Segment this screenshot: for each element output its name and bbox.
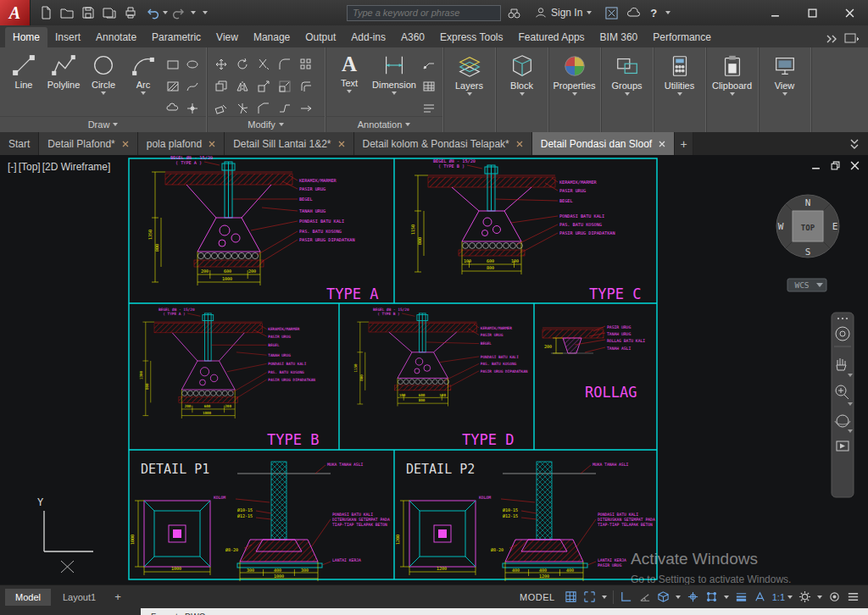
tab-a360[interactable]: A360 <box>393 27 432 47</box>
tab-start[interactable]: Start <box>0 132 39 155</box>
modify-panel-title[interactable]: Modify <box>207 116 325 132</box>
open-button[interactable] <box>57 3 76 22</box>
move-button[interactable] <box>211 53 231 75</box>
close-button[interactable] <box>831 0 868 25</box>
tab-detail-kolom-pondasi-telapak[interactable]: Detail kolom & Pondasi Telapak* <box>354 132 532 155</box>
application-menu-button[interactable]: A <box>0 0 31 25</box>
tab-view[interactable]: View <box>209 27 246 47</box>
block-panel-caret[interactable] <box>520 92 525 96</box>
close-tab-icon[interactable] <box>209 141 215 147</box>
text-dropdown-caret[interactable] <box>347 90 352 93</box>
workspace-gear-icon[interactable] <box>798 590 811 603</box>
maximize-button[interactable] <box>793 0 831 25</box>
spline-tool-button[interactable] <box>183 75 202 97</box>
scale-button[interactable] <box>275 75 295 97</box>
sign-in-button[interactable]: Sign In <box>535 7 592 19</box>
annotation-panel-title[interactable]: Annotation <box>326 116 442 132</box>
new-file-tab-button[interactable]: + <box>675 132 693 155</box>
dimension-dropdown-caret[interactable] <box>392 91 397 95</box>
tab-detail-plafond[interactable]: Detail Plafond* <box>39 132 137 155</box>
wcs-button[interactable]: WCS <box>787 279 826 291</box>
customize-qat-caret[interactable] <box>203 11 208 14</box>
draw-panel-title[interactable]: Draw <box>0 116 206 132</box>
tab-detail-pondasi-dan-sloof[interactable]: Detail Pondasi dan Sloof <box>532 132 675 155</box>
view-panel-caret[interactable] <box>782 92 787 96</box>
block-button[interactable]: Block <box>503 51 542 96</box>
dimension-button[interactable]: Dimension <box>370 50 419 114</box>
utilities-button[interactable]: Utilities <box>660 51 699 96</box>
exchange-apps-icon[interactable] <box>605 7 618 19</box>
tab-home[interactable]: Home <box>5 27 47 47</box>
arc-button[interactable]: Arc <box>124 50 163 114</box>
object-snap-tracking-icon[interactable] <box>687 590 699 603</box>
snap-mode-icon[interactable] <box>583 590 596 603</box>
circle-button[interactable]: Circle <box>84 50 123 114</box>
utilities-panel-caret[interactable] <box>677 92 682 96</box>
model-space-button[interactable]: MODEL <box>520 592 555 602</box>
polyline-button[interactable]: Polyline <box>44 50 83 114</box>
layers-button[interactable]: Layers <box>450 51 489 96</box>
tab-parametric[interactable]: Parametric <box>144 27 209 47</box>
layers-panel-caret[interactable] <box>467 92 472 96</box>
clipboard-panel-caret[interactable] <box>730 92 735 96</box>
ortho-mode-icon[interactable] <box>620 590 632 603</box>
isolate-objects-icon[interactable] <box>828 590 841 603</box>
customization-menu-icon[interactable] <box>847 590 860 603</box>
rotate-button[interactable] <box>232 53 253 75</box>
rectangle-tool-button[interactable] <box>164 53 182 75</box>
properties-panel-caret[interactable] <box>572 92 577 96</box>
navbar-drag-handle[interactable] <box>837 318 848 319</box>
new-drawing-button[interactable] <box>36 3 55 22</box>
copy-button[interactable] <box>211 75 231 97</box>
ucs-icon[interactable]: Y <box>37 496 93 551</box>
grid-display-icon[interactable] <box>565 590 577 603</box>
object-snap-icon[interactable] <box>705 590 718 603</box>
isodraft-caret[interactable] <box>676 596 681 599</box>
close-tab-icon[interactable] <box>659 141 665 147</box>
close-tab-icon[interactable] <box>516 141 523 147</box>
tab-output[interactable]: Output <box>298 27 343 47</box>
tab-insert[interactable]: Insert <box>47 27 88 47</box>
minimize-button[interactable] <box>756 0 793 25</box>
osnap-caret[interactable] <box>724 596 729 599</box>
help-icon[interactable]: ? <box>650 7 657 19</box>
line-button[interactable]: Line <box>4 50 43 114</box>
tab-express-tools[interactable]: Express Tools <box>432 27 510 47</box>
array-button[interactable] <box>296 53 316 75</box>
search-input[interactable] <box>347 5 501 21</box>
tab-overflow-chevron-icon[interactable] <box>849 138 860 150</box>
mirror-button[interactable] <box>232 75 253 97</box>
tab-manage[interactable]: Manage <box>246 27 298 47</box>
isometric-drafting-icon[interactable] <box>657 590 670 603</box>
ribbon-display-toggle-icon[interactable] <box>844 33 860 44</box>
tab-performance[interactable]: Performance <box>645 27 719 47</box>
viewcube-north[interactable]: N <box>805 197 811 208</box>
tab-annotate[interactable]: Annotate <box>88 27 144 47</box>
view-button[interactable]: View <box>765 51 804 96</box>
groups-button[interactable]: Groups <box>608 51 647 96</box>
a360-cloud-icon[interactable] <box>626 7 642 19</box>
workspace-caret[interactable] <box>817 596 822 599</box>
polar-tracking-icon[interactable] <box>638 590 651 603</box>
viewcube[interactable]: TOP N W E S WCS <box>776 195 839 291</box>
viewcube-east[interactable]: E <box>832 221 838 232</box>
redo-button[interactable] <box>170 3 189 22</box>
save-button[interactable] <box>78 3 97 22</box>
layout1-tab[interactable]: Layout1 <box>53 589 106 606</box>
save-as-button[interactable] <box>99 3 119 22</box>
stretch-button[interactable] <box>253 75 274 97</box>
viewcube-west[interactable]: W <box>778 221 784 232</box>
leader-button[interactable] <box>420 53 438 75</box>
properties-button[interactable]: Properties <box>555 51 594 96</box>
tab-pola-plafond[interactable]: pola plafond <box>138 132 225 155</box>
viewcube-south[interactable]: S <box>805 247 811 258</box>
hatch-tool-button[interactable] <box>164 75 182 97</box>
circle-dropdown-caret[interactable] <box>101 91 106 95</box>
table-button[interactable] <box>420 75 438 97</box>
fillet-button[interactable] <box>275 53 295 75</box>
model-space-viewport[interactable]: [-] [Top] [2D Wireframe] <box>0 155 868 585</box>
snap-caret[interactable] <box>602 596 607 599</box>
close-tab-icon[interactable] <box>338 141 345 147</box>
ellipse-tool-button[interactable] <box>183 53 202 75</box>
undo-button[interactable] <box>142 3 161 22</box>
